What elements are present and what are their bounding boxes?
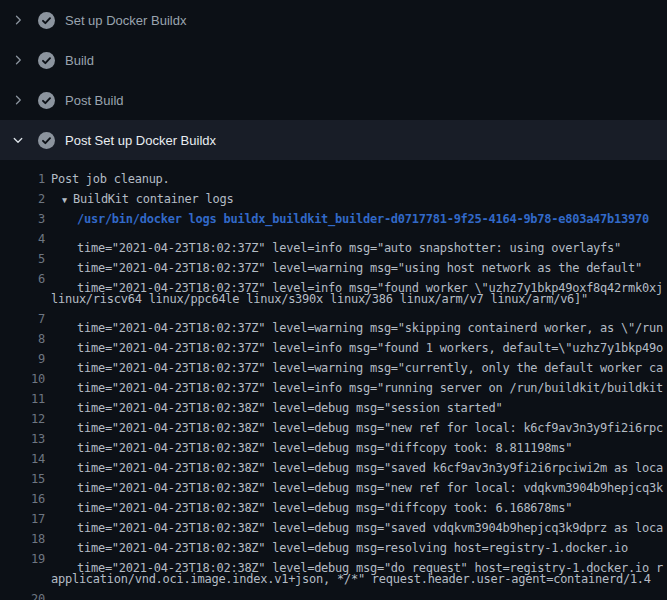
log-text: time="2021-04-23T18:02:38Z" level=debug …: [77, 489, 572, 509]
log-line: 8time="2021-04-23T18:02:37Z" level=info …: [0, 329, 667, 349]
log-text: linux/riscv64 linux/ppc64le linux/s390x …: [51, 289, 588, 309]
log-line: 14time="2021-04-23T18:02:38Z" level=debu…: [0, 449, 667, 469]
line-number[interactable]: 18: [0, 529, 45, 549]
line-number[interactable]: 2: [0, 189, 45, 209]
line-number[interactable]: [0, 289, 45, 309]
log-line: 3/usr/bin/docker logs buildx_buildkit_bu…: [0, 209, 667, 229]
line-number[interactable]: 14: [0, 449, 45, 469]
line-number[interactable]: 20: [0, 589, 45, 600]
log-lines: 1Post job cleanup.2▼BuildKit container l…: [0, 160, 667, 600]
line-number[interactable]: 3: [0, 209, 45, 229]
log-line: 16time="2021-04-23T18:02:38Z" level=debu…: [0, 489, 667, 509]
log-line: 7time="2021-04-23T18:02:37Z" level=warni…: [0, 309, 667, 329]
chevron-down-icon[interactable]: [12, 134, 24, 146]
log-line: 19time="2021-04-23T18:02:38Z" level=debu…: [0, 549, 667, 569]
line-number[interactable]: 4: [0, 229, 45, 249]
chevron-right-icon[interactable]: [12, 94, 24, 106]
log-text: time="2021-04-23T18:02:38Z" level=debug …: [77, 589, 663, 600]
line-number[interactable]: 1: [0, 169, 45, 189]
line-number[interactable]: 11: [0, 389, 45, 409]
line-number[interactable]: 16: [0, 489, 45, 509]
log-line: 12time="2021-04-23T18:02:38Z" level=debu…: [0, 409, 667, 429]
log-line: application/vnd.oci.image.index.v1+json,…: [0, 569, 667, 589]
line-number[interactable]: 17: [0, 509, 45, 529]
log-text: time="2021-04-23T18:02:37Z" level=info m…: [77, 369, 663, 389]
chevron-right-icon[interactable]: [12, 14, 24, 26]
job-log-viewer: Set up Docker BuildxBuildPost BuildPost …: [0, 0, 667, 600]
line-number[interactable]: 6: [0, 269, 45, 289]
log-line: 2▼BuildKit container logs: [0, 189, 667, 209]
log-text: application/vnd.oci.image.index.v1+json,…: [51, 569, 651, 589]
log-text: time="2021-04-23T18:02:38Z" level=debug …: [77, 529, 628, 549]
chevron-right-icon[interactable]: [12, 54, 24, 66]
line-number[interactable]: 12: [0, 409, 45, 429]
check-circle-icon: [38, 92, 55, 109]
log-text: time="2021-04-23T18:02:38Z" level=debug …: [77, 469, 663, 489]
step-header-post-build[interactable]: Post Build: [0, 80, 667, 120]
log-text: time="2021-04-23T18:02:38Z" level=debug …: [77, 549, 663, 569]
log-line: 6time="2021-04-23T18:02:37Z" level=info …: [0, 269, 667, 289]
log-text: time="2021-04-23T18:02:37Z" level=warnin…: [77, 309, 663, 329]
log-text: time="2021-04-23T18:02:38Z" level=debug …: [77, 409, 663, 429]
log-text: Post job cleanup.: [51, 169, 170, 189]
line-number[interactable]: 19: [0, 549, 45, 569]
line-number[interactable]: 5: [0, 249, 45, 269]
log-text: time="2021-04-23T18:02:38Z" level=debug …: [77, 509, 663, 529]
line-number[interactable]: 10: [0, 369, 45, 389]
log-line: 15time="2021-04-23T18:02:38Z" level=debu…: [0, 469, 667, 489]
step-label: Build: [65, 53, 94, 68]
log-group-label: BuildKit container logs: [73, 192, 233, 206]
log-text: time="2021-04-23T18:02:37Z" level=warnin…: [77, 249, 642, 269]
step-header-build[interactable]: Build: [0, 40, 667, 80]
group-collapse-marker-icon[interactable]: ▼: [62, 190, 73, 210]
step-label: Post Build: [65, 93, 124, 108]
log-line: 4time="2021-04-23T18:02:37Z" level=info …: [0, 229, 667, 249]
line-number[interactable]: 7: [0, 309, 45, 329]
log-text: time="2021-04-23T18:02:37Z" level=info m…: [77, 329, 663, 349]
line-number[interactable]: 8: [0, 329, 45, 349]
step-label: Set up Docker Buildx: [65, 13, 186, 28]
step-list: Set up Docker BuildxBuildPost BuildPost …: [0, 0, 667, 600]
log-line: 13time="2021-04-23T18:02:38Z" level=debu…: [0, 429, 667, 449]
log-group-title[interactable]: ▼BuildKit container logs: [62, 189, 233, 209]
command-text: /usr/bin/docker logs buildx_buildkit_bui…: [77, 209, 649, 229]
line-number[interactable]: 15: [0, 469, 45, 489]
log-line: 17time="2021-04-23T18:02:38Z" level=debu…: [0, 509, 667, 529]
log-line: 18time="2021-04-23T18:02:38Z" level=debu…: [0, 529, 667, 549]
log-text: time="2021-04-23T18:02:38Z" level=debug …: [77, 449, 663, 469]
log-line: 10time="2021-04-23T18:02:37Z" level=info…: [0, 369, 667, 389]
line-number[interactable]: 13: [0, 429, 45, 449]
step-header-post-set-up-docker-buildx[interactable]: Post Set up Docker Buildx: [0, 120, 667, 160]
log-line: 5time="2021-04-23T18:02:37Z" level=warni…: [0, 249, 667, 269]
log-line: linux/riscv64 linux/ppc64le linux/s390x …: [0, 289, 667, 309]
log-text: time="2021-04-23T18:02:37Z" level=info m…: [77, 229, 621, 249]
check-circle-icon: [38, 52, 55, 69]
log-text: time="2021-04-23T18:02:38Z" level=debug …: [77, 429, 572, 449]
check-circle-icon: [38, 12, 55, 29]
log-text: time="2021-04-23T18:02:38Z" level=debug …: [77, 389, 502, 409]
log-text: time="2021-04-23T18:02:37Z" level=warnin…: [77, 349, 663, 369]
line-number[interactable]: 9: [0, 349, 45, 369]
step-label: Post Set up Docker Buildx: [65, 133, 216, 148]
check-circle-icon: [38, 132, 55, 149]
log-text: time="2021-04-23T18:02:37Z" level=info m…: [77, 269, 663, 289]
log-line: 1Post job cleanup.: [0, 169, 667, 189]
line-number[interactable]: [0, 569, 45, 589]
log-line: 9time="2021-04-23T18:02:37Z" level=warni…: [0, 349, 667, 369]
step-header-set-up-docker-buildx[interactable]: Set up Docker Buildx: [0, 0, 667, 40]
log-line: 20time="2021-04-23T18:02:38Z" level=debu…: [0, 589, 667, 600]
